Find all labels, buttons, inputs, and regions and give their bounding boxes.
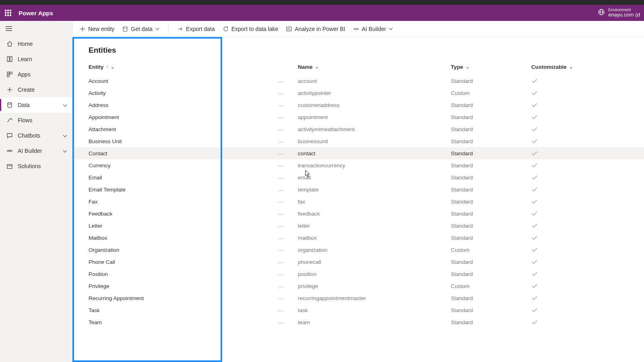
sidebar-item-ai-builder[interactable]: AI Builder (0, 143, 72, 158)
table-row[interactable]: Feedback···feedbackStandard (72, 208, 644, 220)
col-header-customizable[interactable]: Customizable ⌄ (531, 64, 588, 70)
col-header-entity[interactable]: Entity ↑ ⌄ (89, 64, 298, 70)
row-actions-button[interactable]: ··· (278, 162, 284, 169)
table-row[interactable]: Phone Call···phonecallStandard (72, 256, 644, 268)
table-row[interactable]: Email Template···templateStandard (72, 183, 644, 195)
col-header-type[interactable]: Type ⌄ (451, 64, 531, 70)
row-actions-button[interactable]: ··· (278, 126, 284, 133)
cell-type: Standard (451, 235, 531, 241)
cell-name: mailbox (298, 235, 451, 241)
row-actions-button[interactable]: ··· (278, 283, 284, 290)
cell-name: customeraddress (298, 102, 451, 108)
svg-rect-8 (7, 75, 9, 77)
row-actions-button[interactable]: ··· (278, 210, 284, 217)
cell-type: Standard (451, 271, 531, 277)
table-row[interactable]: Organization···organizationCustom (72, 244, 644, 256)
ai-builder-button[interactable]: AI Builder (353, 26, 393, 32)
cell-name: task (298, 307, 451, 313)
environment-label: Environment (608, 8, 640, 12)
row-actions-button[interactable]: ··· (278, 150, 284, 157)
sidebar-item-chatbots[interactable]: Chatbots (0, 128, 72, 143)
table-row[interactable]: Task···taskStandard (72, 304, 644, 316)
row-actions-button[interactable]: ··· (278, 271, 284, 278)
table-row[interactable]: Business Unit···businessunitStandard (72, 135, 644, 147)
cell-type: Standard (451, 319, 531, 325)
cell-entity: Fax··· (89, 199, 298, 205)
get-data-button[interactable]: Get data (122, 26, 159, 32)
sidebar-item-data[interactable]: Data (0, 97, 72, 113)
row-actions-button[interactable]: ··· (278, 90, 284, 97)
table-row[interactable]: Attachment···activitymimeattachmentStand… (72, 123, 644, 135)
cell-entity: Appointment··· (89, 114, 298, 120)
sidebar-item-label: Home (18, 41, 33, 47)
cell-customizable (531, 187, 588, 192)
sidebar-item-home[interactable]: Home (0, 36, 72, 51)
row-actions-button[interactable]: ··· (278, 102, 284, 109)
row-actions-button[interactable]: ··· (278, 114, 284, 121)
sidebar-item-learn[interactable]: Learn (0, 51, 72, 67)
table-row[interactable]: Account···accountStandard (72, 75, 644, 87)
row-actions-button[interactable]: ··· (278, 198, 284, 205)
app-launcher-button[interactable] (0, 5, 16, 21)
hamburger-button[interactable] (6, 26, 12, 31)
table-row[interactable]: Letter···letterStandard (72, 220, 644, 232)
row-actions-button[interactable]: ··· (278, 234, 284, 241)
table-row[interactable]: Appointment···appointmentStandard (72, 111, 644, 123)
cell-type: Standard (451, 114, 531, 120)
cell-type: Standard (451, 295, 531, 301)
table-row[interactable]: Currency···transactioncurrencyStandard (72, 159, 644, 171)
cell-customizable (531, 199, 588, 204)
row-actions-button[interactable]: ··· (278, 222, 284, 229)
row-actions-button[interactable]: ··· (278, 78, 284, 84)
sidebar-item-label: Solutions (18, 163, 41, 169)
row-actions-button[interactable]: ··· (278, 186, 284, 193)
table-row[interactable]: Contact···contactStandard (72, 147, 644, 159)
row-actions-button[interactable]: ··· (278, 307, 284, 314)
cell-customizable (531, 247, 588, 252)
sidebar-item-label: Apps (18, 71, 31, 78)
sidebar-item-apps[interactable]: Apps (0, 67, 72, 82)
sidebar-item-create[interactable]: Create (0, 82, 72, 97)
row-actions-button[interactable]: ··· (278, 259, 284, 265)
table-row[interactable]: Mailbox···mailboxStandard (72, 232, 644, 244)
table-row[interactable]: Position···positionStandard (72, 268, 644, 280)
new-entity-button[interactable]: New entity (80, 26, 114, 32)
cell-type: Standard (451, 78, 531, 84)
cmd-label: AI Builder (362, 26, 386, 32)
table-row[interactable]: Privilege···privilegeCustom (72, 280, 644, 292)
sidebar-item-solutions[interactable]: Solutions (0, 158, 72, 174)
table-row[interactable]: Address···customeraddressStandard (72, 99, 644, 111)
row-actions-button[interactable]: ··· (278, 174, 284, 181)
svg-point-21 (123, 27, 127, 28)
row-actions-button[interactable]: ··· (278, 138, 284, 145)
table-row[interactable]: Team···teamStandard (72, 316, 644, 328)
cell-entity: Position··· (89, 271, 298, 277)
cell-type: Standard (451, 162, 531, 169)
export-lake-button[interactable]: Export to data lake (223, 26, 279, 32)
sidebar-item-label: AI Builder (18, 148, 42, 154)
analyze-button[interactable]: Analyze in Power BI (286, 26, 345, 32)
cell-name: phonecall (298, 259, 451, 265)
table-row[interactable]: Activity···activitypointerCustom (72, 87, 644, 99)
ai-icon (353, 26, 359, 32)
table-row[interactable]: Recurring Appointment···recurringappoint… (72, 292, 644, 304)
environment-value: enayu.com (d (608, 12, 640, 18)
chevron-down-icon (389, 28, 393, 30)
sidebar-item-flows[interactable]: Flows (0, 113, 72, 128)
globe-icon (598, 8, 605, 17)
table-row[interactable]: Email···emailStandard (72, 171, 644, 183)
col-header-name[interactable]: Name ⌄ (298, 64, 451, 70)
svg-point-14 (11, 150, 12, 151)
cell-type: Standard (451, 199, 531, 205)
row-actions-button[interactable]: ··· (278, 247, 284, 253)
cell-type: Standard (451, 223, 531, 229)
row-actions-button[interactable]: ··· (278, 295, 284, 302)
row-actions-button[interactable]: ··· (278, 319, 284, 326)
table-row[interactable]: Fax···faxStandard (72, 195, 644, 208)
environment-selector[interactable]: Environment enayu.com (d (598, 8, 644, 18)
cell-name: letter (298, 223, 451, 229)
export-data-button[interactable]: Export data (178, 26, 215, 32)
cell-name: businessunit (298, 138, 451, 144)
cmd-label: Analyze in Power BI (295, 26, 345, 32)
cell-entity: Activity··· (89, 90, 298, 96)
